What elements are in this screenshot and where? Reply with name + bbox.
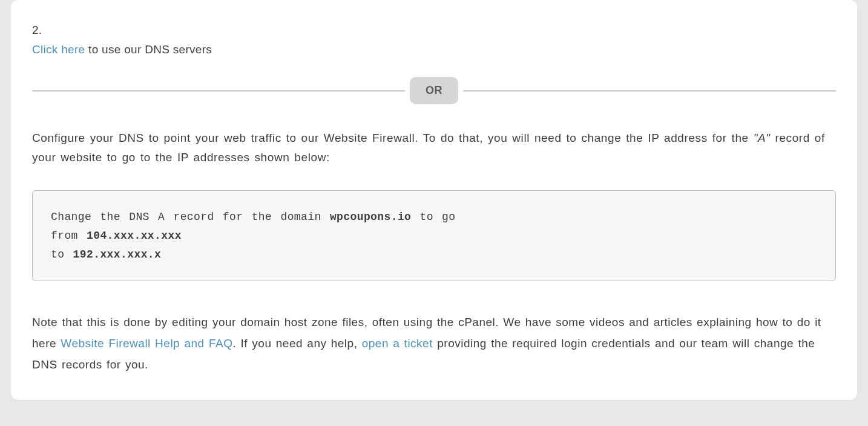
code-line-2: from 104.xxx.xx.xxx — [51, 227, 817, 245]
code-domain: wpcoupons.io — [330, 211, 411, 223]
a-record-italic: "A" — [754, 131, 771, 144]
firewall-help-link[interactable]: Website Firewall Help and FAQ — [61, 337, 232, 350]
note-paragraph: Note that this is done by editing your d… — [32, 311, 836, 375]
code-from-ip: 104.xxx.xx.xxx — [87, 230, 182, 242]
note-part2: . If you need any help, — [232, 337, 361, 350]
code-line-1: Change the DNS A record for the domain w… — [51, 208, 817, 227]
step-text: to use our DNS servers — [85, 43, 212, 56]
dns-code-box: Change the DNS A record for the domain w… — [32, 190, 836, 281]
code-to-ip: 192.xxx.xxx.x — [73, 248, 162, 261]
code-line3-before: to — [51, 248, 73, 261]
configure-text-before: Configure your DNS to point your web tra… — [32, 131, 754, 144]
instruction-card: 2. Click here to use our DNS servers OR … — [11, 0, 857, 400]
step-2: 2. Click here to use our DNS servers — [32, 21, 836, 59]
configure-instruction: Configure your DNS to point your web tra… — [32, 128, 836, 168]
divider-line-right — [463, 90, 836, 92]
or-badge: OR — [410, 77, 458, 104]
use-dns-servers-link[interactable]: Click here — [32, 43, 85, 56]
divider-line-left — [32, 90, 405, 92]
code-line-3: to 192.xxx.xxx.x — [51, 245, 817, 264]
code-line1-before: Change the DNS A record for the domain — [51, 211, 330, 223]
code-line2-before: from — [51, 230, 87, 242]
open-ticket-link[interactable]: open a ticket — [362, 337, 433, 350]
code-line1-after: to go — [411, 211, 455, 223]
step-number: 2. — [32, 21, 836, 39]
or-divider: OR — [32, 76, 836, 105]
